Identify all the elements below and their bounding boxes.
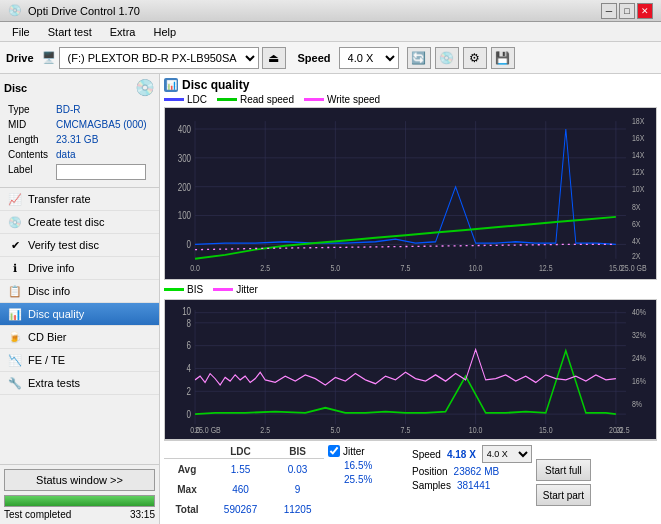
svg-text:10X: 10X bbox=[632, 184, 645, 194]
content-area: 📊 Disc quality LDC Read speed Write spee… bbox=[160, 74, 661, 524]
sidebar-item-disc-info[interactable]: 📋 Disc info bbox=[0, 280, 159, 303]
mid-value: CMCMAGBA5 (000) bbox=[54, 118, 153, 131]
ldc-color-swatch bbox=[164, 98, 184, 101]
settings-button[interactable]: ⚙ bbox=[463, 47, 487, 69]
verify-test-disc-label: Verify test disc bbox=[28, 239, 99, 251]
chart-legend: LDC Read speed Write speed bbox=[164, 94, 657, 105]
svg-text:0: 0 bbox=[187, 239, 191, 250]
svg-text:0: 0 bbox=[187, 409, 191, 420]
disc-label-input[interactable] bbox=[56, 164, 146, 180]
fe-te-label: FE / TE bbox=[28, 354, 65, 366]
read-speed-label: Read speed bbox=[240, 94, 294, 105]
toolbar: Drive 🖥️ (F:) PLEXTOR BD-R PX-LB950SA 1.… bbox=[0, 42, 661, 74]
sidebar-item-disc-quality[interactable]: 📊 Disc quality bbox=[0, 303, 159, 326]
type-value: BD-R bbox=[54, 103, 153, 116]
eject-button[interactable]: ⏏ bbox=[262, 47, 286, 69]
svg-text:10: 10 bbox=[182, 306, 191, 317]
sidebar-item-create-test-disc[interactable]: 💿 Create test disc bbox=[0, 211, 159, 234]
sidebar-status-text: Test completed 33:15 bbox=[4, 509, 155, 520]
sidebar-item-transfer-rate[interactable]: 📈 Transfer rate bbox=[0, 188, 159, 211]
mid-label: MID bbox=[6, 118, 52, 131]
create-test-disc-label: Create test disc bbox=[28, 216, 104, 228]
svg-text:200: 200 bbox=[178, 182, 191, 193]
maximize-button[interactable]: □ bbox=[619, 3, 635, 19]
sidebar-time: 33:15 bbox=[130, 509, 155, 520]
jitter-color-swatch bbox=[213, 288, 233, 291]
menu-extra[interactable]: Extra bbox=[102, 24, 144, 40]
chart-header: 📊 Disc quality bbox=[164, 78, 657, 92]
drive-info-icon: ℹ bbox=[8, 261, 22, 275]
transfer-rate-icon: 📈 bbox=[8, 192, 22, 206]
svg-text:400: 400 bbox=[178, 124, 191, 135]
extra-tests-label: Extra tests bbox=[28, 377, 80, 389]
svg-text:12.5: 12.5 bbox=[539, 263, 553, 273]
legend-write-speed: Write speed bbox=[304, 94, 380, 105]
position-value: 23862 MB bbox=[454, 466, 500, 477]
svg-text:5.0: 5.0 bbox=[330, 425, 340, 435]
disc-quality-label: Disc quality bbox=[28, 308, 84, 320]
drive-selector[interactable]: (F:) PLEXTOR BD-R PX-LB950SA 1.06 bbox=[59, 47, 259, 69]
menu-file[interactable]: File bbox=[4, 24, 38, 40]
stats-max-bis: 9 bbox=[271, 480, 324, 500]
stats-avg-bis: 0.03 bbox=[271, 459, 324, 480]
jitter-checkbox[interactable] bbox=[328, 445, 340, 457]
contents-value: data bbox=[54, 148, 153, 161]
speed-selector[interactable]: 4.0 X 2.0 X 8.0 X bbox=[339, 47, 399, 69]
svg-text:10.0: 10.0 bbox=[469, 425, 483, 435]
write-speed-color-swatch bbox=[304, 98, 324, 101]
stats-row-max: Max 460 9 bbox=[164, 480, 324, 500]
svg-text:32%: 32% bbox=[632, 330, 646, 340]
speed-stat-value: 4.18 X bbox=[447, 449, 476, 460]
status-window-button[interactable]: Status window >> bbox=[4, 469, 155, 491]
svg-text:8%: 8% bbox=[632, 398, 642, 408]
title-bar-controls: ─ □ ✕ bbox=[601, 3, 653, 19]
length-label: Length bbox=[6, 133, 52, 146]
minimize-button[interactable]: ─ bbox=[601, 3, 617, 19]
svg-text:6: 6 bbox=[187, 340, 191, 351]
stats-max-label: Max bbox=[164, 480, 210, 500]
samples-row: Samples 381441 bbox=[412, 480, 532, 491]
extra-tests-icon: 🔧 bbox=[8, 376, 22, 390]
legend-read-speed: Read speed bbox=[217, 94, 294, 105]
svg-text:7.5: 7.5 bbox=[401, 425, 411, 435]
sidebar-status-label: Test completed bbox=[4, 509, 71, 520]
jitter-stats: Jitter 16.5% 25.5% bbox=[328, 445, 408, 520]
disc-info-panel: Disc 💿 Type BD-R MID CMCMAGBA5 (000) Len… bbox=[0, 74, 159, 188]
upper-chart: 0 100 200 300 400 18X 16X 14X 12X 10X 8X… bbox=[164, 107, 657, 280]
svg-text:300: 300 bbox=[178, 153, 191, 164]
bis-jitter-legend: BIS Jitter bbox=[164, 284, 657, 295]
sidebar-item-extra-tests[interactable]: 🔧 Extra tests bbox=[0, 372, 159, 395]
disc-label-label: Label bbox=[6, 163, 52, 181]
speed-position-stats: Speed 4.18 X 4.0 X Position 23862 MB Sam… bbox=[412, 445, 532, 520]
bis-label: BIS bbox=[187, 284, 203, 295]
menu-help[interactable]: Help bbox=[145, 24, 184, 40]
speed-stat-selector[interactable]: 4.0 X bbox=[482, 445, 532, 463]
svg-text:16X: 16X bbox=[632, 133, 645, 143]
disc-button[interactable]: 💿 bbox=[435, 47, 459, 69]
fe-te-icon: 📉 bbox=[8, 353, 22, 367]
disc-info-icon: 📋 bbox=[8, 284, 22, 298]
save-button[interactable]: 💾 bbox=[491, 47, 515, 69]
status-window-label: Status window >> bbox=[36, 474, 123, 486]
disc-details-table: Type BD-R MID CMCMAGBA5 (000) Length 23.… bbox=[4, 101, 155, 183]
close-button[interactable]: ✕ bbox=[637, 3, 653, 19]
chart-container: 0 100 200 300 400 18X 16X 14X 12X 10X 8X… bbox=[164, 107, 657, 440]
start-full-button[interactable]: Start full bbox=[536, 459, 591, 481]
sidebar-progress-bar bbox=[4, 495, 155, 507]
start-part-button[interactable]: Start part bbox=[536, 484, 591, 506]
create-test-disc-icon: 💿 bbox=[8, 215, 22, 229]
refresh-button[interactable]: 🔄 bbox=[407, 47, 431, 69]
svg-text:14X: 14X bbox=[632, 150, 645, 160]
sidebar-item-cd-bier[interactable]: 🍺 CD Bier bbox=[0, 326, 159, 349]
legend-bis: BIS bbox=[164, 284, 203, 295]
sidebar-item-verify-test-disc[interactable]: ✔ Verify test disc bbox=[0, 234, 159, 257]
sidebar-item-drive-info[interactable]: ℹ Drive info bbox=[0, 257, 159, 280]
svg-text:10.0: 10.0 bbox=[469, 263, 483, 273]
jitter-label: Jitter bbox=[236, 284, 258, 295]
stats-total-label: Total bbox=[164, 500, 210, 520]
sidebar-item-fe-te[interactable]: 📉 FE / TE bbox=[0, 349, 159, 372]
write-speed-label: Write speed bbox=[327, 94, 380, 105]
samples-value: 381441 bbox=[457, 480, 490, 491]
stats-avg-label: Avg bbox=[164, 459, 210, 480]
menu-start-test[interactable]: Start test bbox=[40, 24, 100, 40]
